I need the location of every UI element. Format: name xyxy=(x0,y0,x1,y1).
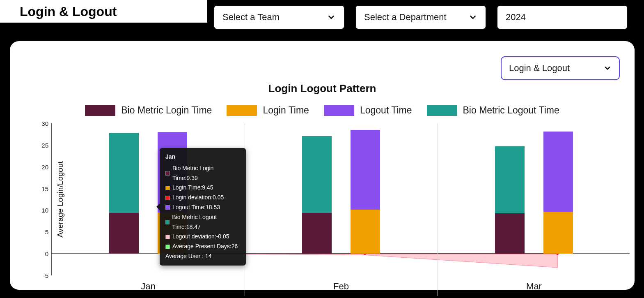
bar[interactable] xyxy=(495,168,525,275)
x-tick: Jan xyxy=(141,281,155,292)
tooltip-text: Average Present Days:26 xyxy=(172,242,238,252)
tooltip-row: Bio Metric Logout Time:18.47 xyxy=(165,213,240,232)
legend-swatch xyxy=(227,105,257,116)
x-tick: Feb xyxy=(333,281,349,292)
chart-plot[interactable]: JanFebMar xyxy=(51,123,630,275)
bar-bio-logout xyxy=(495,146,525,213)
y-tick: 25 xyxy=(41,141,48,148)
tooltip-swatch xyxy=(165,220,170,224)
page-title: Login & Logout xyxy=(20,4,207,19)
tooltip-row: Average Present Days:26 xyxy=(165,242,240,252)
bar[interactable] xyxy=(302,158,332,275)
legend-label: Login Time xyxy=(263,105,309,116)
year-select[interactable]: 2024 xyxy=(497,5,628,30)
tooltip-body: Bio Metric Login Time:9.39Login Time:9.4… xyxy=(165,164,240,252)
department-select-label: Select a Department xyxy=(364,12,468,23)
tooltip-swatch xyxy=(165,205,170,210)
y-tick: 10 xyxy=(41,207,48,214)
legend-item[interactable]: Login Time xyxy=(227,105,309,116)
bar-logout xyxy=(543,132,573,212)
department-select[interactable]: Select a Department xyxy=(355,5,486,30)
bar-bio-login xyxy=(302,213,332,254)
page-title-card: Login & Logout xyxy=(0,0,207,23)
chart-tooltip: Jan Bio Metric Login Time:9.39Login Time… xyxy=(160,148,246,266)
legend-item[interactable]: Logout Time xyxy=(324,105,412,116)
legend-label: Bio Metric Login Time xyxy=(121,105,212,116)
y-tick: 20 xyxy=(41,163,48,170)
x-tick: Mar xyxy=(526,281,542,292)
tooltip-text: Login deviation:0.05 xyxy=(172,193,224,203)
y-axis-ticks: -5051015202530 xyxy=(39,123,51,275)
bar-bio-login xyxy=(109,213,139,254)
tooltip-swatch xyxy=(165,196,170,200)
legend-swatch xyxy=(324,105,354,116)
tooltip-row: Bio Metric Login Time:9.39 xyxy=(165,164,240,183)
tooltip-text: Logout deviation:-0.05 xyxy=(172,232,229,242)
tooltip-text: Bio Metric Logout Time:18.47 xyxy=(172,213,240,232)
tooltip-footer: Average User : 14 xyxy=(165,252,240,261)
chevron-down-icon xyxy=(468,13,477,22)
bar[interactable] xyxy=(543,153,573,275)
chevron-down-icon xyxy=(327,13,336,22)
tooltip-text: Bio Metric Login Time:9.39 xyxy=(172,164,240,183)
y-tick: 15 xyxy=(41,185,48,192)
y-tick: 30 xyxy=(41,120,48,127)
legend-swatch xyxy=(85,105,115,116)
chart-area: Average Login/Logout -5051015202530 JanF… xyxy=(39,123,630,275)
tooltip-row: Login Time:9.45 xyxy=(165,183,240,193)
legend-swatch xyxy=(427,105,457,116)
tooltip-swatch xyxy=(165,235,170,239)
chart-type-select[interactable]: Login & Logout xyxy=(501,56,620,80)
chart-type-select-value: Login & Logout xyxy=(509,63,603,74)
bar-bio-logout xyxy=(109,133,139,213)
chart-title: Login Logout Pattern xyxy=(10,82,635,95)
bar[interactable] xyxy=(109,154,139,275)
tooltip-swatch xyxy=(165,186,170,190)
chart-card: Login & Logout Login Logout Pattern Bio … xyxy=(10,41,635,290)
tooltip-text: Login Time:9.45 xyxy=(172,183,213,193)
y-tick: -5 xyxy=(43,272,48,279)
chart-legend: Bio Metric Login TimeLogin TimeLogout Ti… xyxy=(10,105,635,116)
tooltip-title: Jan xyxy=(165,152,240,162)
legend-item[interactable]: Bio Metric Login Time xyxy=(85,105,212,116)
bar-bio-logout xyxy=(302,136,332,213)
tooltip-row: Login deviation:0.05 xyxy=(165,193,240,203)
chevron-down-icon xyxy=(603,64,612,72)
legend-item[interactable]: Bio Metric Logout Time xyxy=(427,105,559,116)
tooltip-text: Logout Time:18.53 xyxy=(172,203,220,213)
y-tick: 0 xyxy=(45,250,48,257)
tooltip-row: Logout deviation:-0.05 xyxy=(165,232,240,242)
bar[interactable] xyxy=(351,152,380,275)
bar-bio-login xyxy=(495,213,525,254)
team-select[interactable]: Select a Team xyxy=(213,5,345,30)
y-tick: 5 xyxy=(45,229,48,236)
tooltip-swatch xyxy=(165,245,170,249)
bar-login xyxy=(351,210,380,254)
bar-login xyxy=(543,212,573,254)
bar-logout xyxy=(351,130,380,210)
legend-label: Logout Time xyxy=(360,105,412,116)
tooltip-row: Logout Time:18.53 xyxy=(165,203,240,213)
legend-label: Bio Metric Logout Time xyxy=(463,105,559,116)
tooltip-swatch xyxy=(165,171,170,176)
year-select-value: 2024 xyxy=(506,12,619,23)
team-select-label: Select a Team xyxy=(222,12,327,23)
